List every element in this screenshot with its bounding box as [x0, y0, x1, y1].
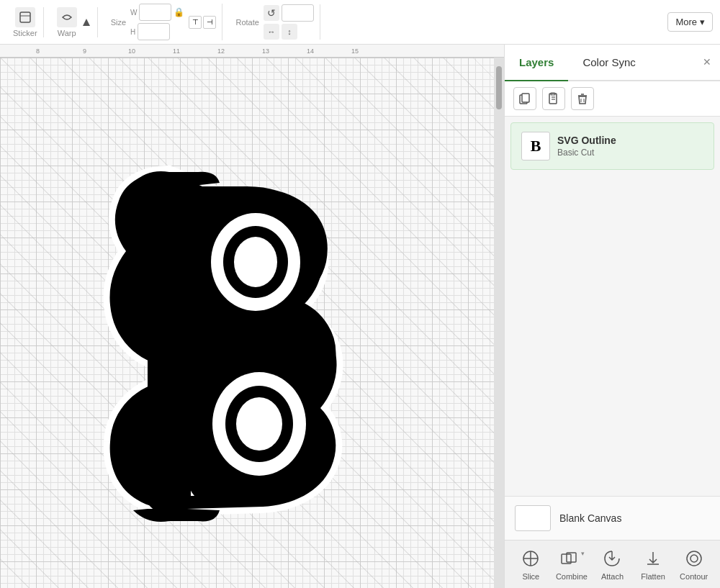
- copy-layer-button[interactable]: [513, 87, 536, 110]
- svg-point-11: [234, 237, 277, 287]
- panel-tabs: Layers Color Sync ✕: [505, 45, 720, 81]
- contour-icon: [683, 548, 705, 569]
- blank-canvas-section: Blank Canvas: [505, 496, 720, 540]
- rotate-input[interactable]: [282, 4, 314, 22]
- warp-icon[interactable]: [57, 7, 77, 27]
- combine-label: Combine: [556, 572, 588, 581]
- more-button[interactable]: More ▾: [667, 12, 713, 32]
- right-panel: Layers Color Sync ✕: [504, 45, 720, 588]
- ruler-tick-14: 14: [307, 48, 314, 55]
- main-area: 8 9 10 11 12 13 14 15: [0, 45, 720, 588]
- tab-color-sync[interactable]: Color Sync: [568, 45, 649, 80]
- svg-point-29: [687, 551, 701, 566]
- main-toolbar: Sticker Warp Size W 🔒 H: [0, 0, 720, 45]
- svg-point-12: [236, 397, 282, 451]
- more-section: More ▾: [667, 12, 713, 32]
- sticker-icon[interactable]: [15, 7, 35, 27]
- flip-v-icon[interactable]: ↕: [282, 24, 297, 40]
- panel-spacer: [505, 176, 720, 496]
- panel-close-button[interactable]: ✕: [694, 45, 720, 80]
- combine-arrow: ▾: [581, 550, 585, 557]
- align-btn2[interactable]: ⊣: [203, 16, 216, 29]
- ruler-tick-9: 9: [83, 48, 86, 55]
- horizontal-ruler: 8 9 10 11 12 13 14 15: [0, 45, 504, 58]
- ruler-tick-12: 12: [217, 48, 225, 55]
- scrollbar-thumb[interactable]: [496, 66, 502, 109]
- paste-icon: [547, 92, 560, 105]
- flatten-icon: [642, 548, 664, 569]
- slice-label: Slice: [522, 572, 539, 581]
- copy-icon: [518, 92, 531, 105]
- design-element[interactable]: [76, 114, 378, 532]
- height-input[interactable]: [138, 23, 170, 40]
- bottom-toolbar: Slice ▾ Combine: [505, 540, 720, 588]
- layer-thumbnail: B: [521, 132, 550, 160]
- blank-canvas-thumbnail: [515, 505, 551, 531]
- layer-item[interactable]: B SVG Outline Basic Cut: [510, 122, 714, 170]
- flatten-tool[interactable]: Flatten: [635, 548, 671, 581]
- svg-rect-6: [148, 183, 191, 510]
- rotate-label: Rotate: [235, 18, 258, 27]
- layer-name: SVG Outline: [557, 135, 616, 146]
- ruler-tick-10: 10: [128, 48, 135, 55]
- slice-icon: [520, 548, 541, 569]
- attach-tool[interactable]: Attach: [594, 548, 630, 581]
- flatten-label: Flatten: [641, 572, 665, 581]
- svg-point-30: [690, 555, 698, 562]
- tab-layers[interactable]: Layers: [505, 45, 568, 80]
- rotate-section: Rotate ↺ ↔ ↕: [230, 4, 320, 40]
- canvas-area[interactable]: 8 9 10 11 12 13 14 15: [0, 45, 504, 588]
- ruler-tick-15: 15: [351, 48, 359, 55]
- sticker-tool[interactable]: Sticker: [13, 7, 37, 37]
- ruler-tick-8: 8: [36, 48, 40, 55]
- layer-info: SVG Outline Basic Cut: [557, 135, 616, 158]
- paste-layer-button[interactable]: [542, 87, 565, 110]
- combine-icon: [558, 548, 580, 569]
- combine-tool[interactable]: ▾ Combine: [554, 548, 590, 581]
- warp-tool[interactable]: Warp: [57, 7, 77, 37]
- delete-icon: [576, 92, 589, 105]
- delete-layer-button[interactable]: [571, 87, 594, 110]
- svg-rect-0: [20, 12, 30, 22]
- layer-type: Basic Cut: [557, 148, 616, 158]
- contour-label: Contour: [680, 572, 708, 581]
- vertical-scrollbar[interactable]: [494, 58, 504, 588]
- size-section: Size W 🔒 H ⊤ ⊣: [105, 4, 223, 40]
- contour-tool[interactable]: Contour: [676, 548, 712, 581]
- rotate-icon[interactable]: ↺: [264, 5, 279, 21]
- svg-marker-2: [83, 19, 90, 26]
- ruler-tick-13: 13: [262, 48, 269, 55]
- width-input[interactable]: [139, 4, 171, 21]
- ruler-tick-11: 11: [173, 48, 180, 55]
- attach-icon: [601, 548, 623, 569]
- size-label: Size: [111, 18, 126, 27]
- layers-toolbar: [505, 81, 720, 117]
- sticker-section: Sticker: [7, 7, 44, 37]
- blank-canvas-label: Blank Canvas: [559, 512, 621, 524]
- warp-section: Warp: [51, 7, 98, 37]
- flip-h-icon[interactable]: ↔: [264, 24, 279, 40]
- slice-tool[interactable]: Slice: [513, 548, 549, 581]
- svg-rect-14: [522, 94, 529, 102]
- attach-label: Attach: [601, 572, 624, 581]
- design-canvas[interactable]: [0, 58, 504, 588]
- align-btn[interactable]: ⊤: [189, 16, 202, 29]
